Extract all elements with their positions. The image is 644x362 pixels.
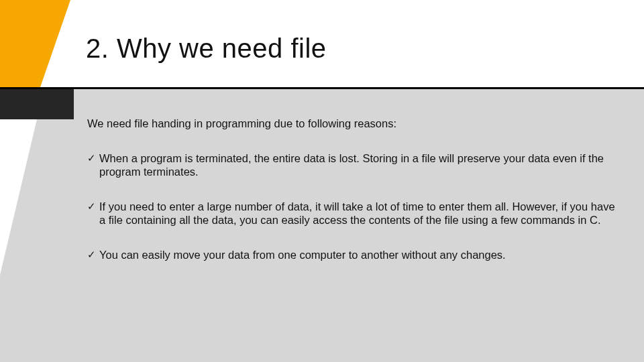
slide-content: We need file handing in programming due … bbox=[87, 117, 617, 283]
check-icon: ✓ bbox=[87, 248, 99, 261]
bullet-text: If you need to enter a large number of d… bbox=[99, 200, 617, 227]
slide-title: 2. Why we need file bbox=[86, 34, 327, 64]
bullet-text: You can easily move your data from one c… bbox=[99, 248, 506, 261]
list-item: ✓ When a program is terminated, the enti… bbox=[87, 152, 617, 178]
list-item: ✓ If you need to enter a large number of… bbox=[87, 200, 617, 227]
intro-text: We need file handing in programming due … bbox=[87, 117, 617, 130]
list-item: ✓ You can easily move your data from one… bbox=[87, 248, 617, 261]
dark-accent-bar bbox=[0, 89, 74, 119]
slide: 2. Why we need file We need file handing… bbox=[0, 0, 644, 362]
bullet-text: When a program is terminated, the entire… bbox=[99, 152, 617, 178]
check-icon: ✓ bbox=[87, 152, 99, 165]
header-divider bbox=[0, 87, 644, 89]
svg-marker-2 bbox=[0, 0, 70, 87]
amber-corner-shape bbox=[0, 0, 80, 87]
check-icon: ✓ bbox=[87, 200, 99, 213]
svg-marker-0 bbox=[0, 119, 37, 275]
